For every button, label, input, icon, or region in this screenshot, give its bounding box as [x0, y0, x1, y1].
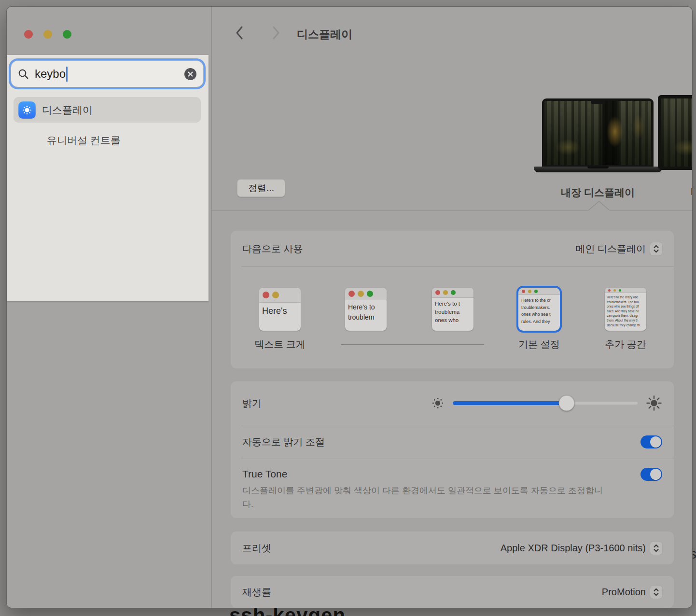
brightness-card: 밝기	[231, 381, 674, 518]
brightness-high-icon	[646, 395, 662, 411]
preview-text: rules. And they have no	[607, 309, 646, 314]
section-divider	[212, 210, 693, 211]
laptop-base	[534, 167, 662, 172]
scaling-option-more-space[interactable]: Here's to the crazy one troublemakers. T…	[605, 288, 646, 331]
updown-chevron-icon	[650, 542, 662, 555]
preview-text: ones who	[435, 316, 473, 324]
result-label: 유니버설 컨트롤	[47, 134, 121, 147]
updown-chevron-icon	[650, 242, 662, 255]
scaling-options-connector-line	[341, 344, 484, 345]
search-icon	[18, 69, 29, 80]
toggle-knob	[650, 436, 661, 448]
close-window-button[interactable]	[24, 30, 33, 39]
mini-traffic-red	[348, 291, 355, 297]
mini-traffic-red	[522, 290, 525, 293]
sidebar-item-displays[interactable]: 디스플레이	[14, 97, 201, 123]
preset-dropdown[interactable]: Apple XDR Display (P3-1600 nits)	[501, 542, 662, 555]
mini-traffic-yellow	[613, 289, 616, 292]
toggle-knob	[650, 469, 661, 480]
preview-text: troublemakers.	[521, 304, 560, 311]
mini-traffic-green	[451, 290, 456, 295]
preview-text: troublem	[348, 312, 387, 322]
built-in-display-thumbnail[interactable]	[542, 98, 654, 168]
mini-traffic-red	[263, 292, 269, 298]
mini-traffic-green	[367, 291, 373, 297]
updown-chevron-icon	[650, 586, 662, 599]
brightness-label: 밝기	[242, 397, 262, 410]
preview-text: Here's to t	[435, 300, 473, 308]
preview-text: ones who see t	[521, 311, 560, 318]
external-display-name: LG HDR 4K	[658, 186, 693, 197]
preset-label: 프리셋	[242, 542, 271, 555]
laptop-notch	[591, 101, 605, 104]
wallpaper-preview	[661, 98, 693, 167]
sidebar: keybo	[7, 7, 211, 608]
built-in-display-name: 내장 디스플레이	[542, 186, 654, 199]
use-as-dropdown[interactable]: 메인 디스플레이	[575, 242, 662, 255]
scaling-label-larger-text: 텍스트 크게	[251, 338, 309, 351]
search-input[interactable]: keybo	[11, 60, 204, 87]
use-as-label: 다음으로 사용	[242, 242, 303, 255]
scaling-option-2[interactable]: Here's to troublem	[345, 288, 387, 331]
brightness-thumb[interactable]	[558, 395, 574, 411]
preset-card: 프리셋 Apple XDR Display (P3-1600 nits)	[231, 532, 674, 564]
refresh-rate-label: 재생률	[242, 586, 271, 599]
refresh-rate-card: 재생률 ProMotion	[231, 576, 674, 608]
mini-traffic-green	[619, 289, 621, 292]
preview-text: can quote them, disagr	[607, 313, 646, 318]
preview-text: troublema	[435, 308, 473, 316]
page-title: 디스플레이	[297, 27, 352, 42]
auto-brightness-label: 자동으로 밝기 조절	[242, 435, 325, 448]
back-button[interactable]	[232, 25, 247, 41]
result-label: 디스플레이	[42, 103, 93, 117]
external-display-thumbnail[interactable]	[658, 95, 693, 170]
scaling-label-default: 기본 설정	[510, 338, 568, 351]
clear-x-icon	[188, 71, 193, 77]
brightness-slider[interactable]	[452, 401, 638, 405]
chevron-right-icon	[272, 26, 280, 40]
arrange-displays-button[interactable]: 정렬...	[237, 179, 285, 197]
forward-button[interactable]	[269, 25, 283, 41]
scaling-option-larger-text[interactable]: Here's	[259, 288, 301, 331]
search-query-text: keybo	[35, 67, 66, 81]
refresh-rate-value: ProMotion	[602, 587, 646, 598]
selected-display-caret	[588, 201, 610, 211]
auto-brightness-toggle[interactable]	[640, 435, 662, 448]
mini-traffic-red	[435, 290, 440, 295]
clear-search-button[interactable]	[184, 68, 196, 80]
sidebar-item-universal-control[interactable]: 유니버설 컨트롤	[14, 127, 201, 153]
display-brightness-icon	[18, 101, 36, 119]
preview-text: troublemakers. The rou	[607, 300, 646, 305]
preview-text: Because they change th	[607, 323, 646, 328]
true-tone-description: 디스플레이를 주변광에 맞춰 색상이 다른 환경에서도 일관적으로 보이도록 자…	[242, 484, 609, 511]
mini-traffic-red	[608, 289, 611, 292]
display-settings-pane: 디스플레이 내장 디스플레이 LG HDR 4K 정렬... 다음으로 사용 메…	[212, 7, 693, 608]
preview-text: ones who see things dif	[607, 304, 646, 309]
mini-traffic-yellow	[272, 292, 279, 298]
mini-traffic-yellow	[443, 290, 448, 295]
mini-traffic-green	[534, 290, 538, 293]
zoom-window-button[interactable]	[63, 30, 71, 39]
preview-text: Here's	[262, 305, 301, 317]
row-divider	[241, 266, 674, 267]
preview-text: Here's to the crazy one	[607, 295, 646, 300]
preset-value: Apple XDR Display (P3-1600 nits)	[501, 543, 646, 554]
refresh-rate-dropdown[interactable]: ProMotion	[602, 586, 662, 599]
mini-traffic-yellow	[358, 291, 364, 297]
scaling-option-default[interactable]: Here's to the cr troublemakers. ones who…	[518, 288, 560, 331]
preview-text: Here's to	[348, 302, 387, 312]
search-results-panel: keybo	[7, 55, 209, 301]
preview-text: Here's to the cr	[521, 297, 560, 304]
brightness-low-icon	[431, 396, 445, 410]
minimize-window-button[interactable]	[43, 30, 52, 39]
scaling-label-more-space: 추가 공간	[597, 338, 654, 351]
true-tone-label: True Tone	[242, 468, 287, 480]
chevron-left-icon	[235, 26, 244, 40]
text-cursor	[66, 67, 68, 82]
scaling-option-3[interactable]: Here's to t troublema ones who	[432, 288, 473, 331]
wallpaper-preview	[544, 101, 651, 165]
system-settings-window: keybo	[6, 6, 693, 608]
resolution-card: 다음으로 사용 메인 디스플레이	[231, 231, 674, 368]
true-tone-toggle[interactable]	[640, 468, 662, 481]
use-as-value: 메인 디스플레이	[575, 242, 646, 255]
